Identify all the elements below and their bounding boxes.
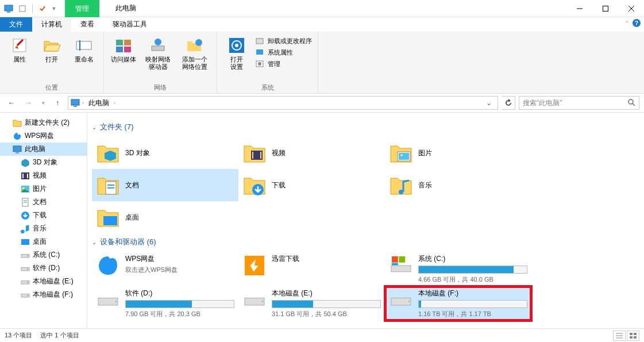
sidebar-item[interactable]: 本地磁盘 (E:) bbox=[0, 275, 87, 288]
drive-item[interactable]: 系统 (C:) 4.66 GB 可用，共 40.0 GB bbox=[385, 252, 531, 286]
refresh-button[interactable] bbox=[502, 96, 515, 110]
sidebar-item[interactable]: 文档 bbox=[0, 195, 87, 209]
folder-item[interactable]: 文档 bbox=[92, 169, 238, 201]
collapse-ribbon-icon[interactable]: ⌃ bbox=[624, 20, 629, 26]
map-drive-button[interactable]: 映射网络 驱动器 bbox=[142, 34, 174, 71]
drive-icon bbox=[243, 289, 266, 312]
sidebar-item[interactable]: 系统 (C:) bbox=[0, 248, 87, 262]
sidebar-item[interactable]: 音乐 bbox=[0, 222, 87, 235]
back-button[interactable]: ← bbox=[5, 96, 18, 110]
svg-rect-28 bbox=[13, 146, 21, 152]
open-settings-button[interactable]: 打开 设置 bbox=[223, 34, 250, 71]
svg-point-47 bbox=[27, 295, 28, 296]
svg-line-27 bbox=[633, 103, 635, 106]
folder-item[interactable]: 3D 对象 bbox=[92, 137, 238, 169]
manage-button[interactable]: 管理 bbox=[255, 59, 312, 68]
folder-item[interactable]: 图片 bbox=[385, 137, 531, 169]
sidebar-item[interactable]: 桌面 bbox=[0, 235, 87, 248]
folder-label: 视频 bbox=[272, 148, 286, 158]
history-dropdown[interactable]: ▾ bbox=[39, 96, 47, 110]
sidebar-item-label: 视频 bbox=[33, 171, 47, 180]
folder-item[interactable]: 音乐 bbox=[385, 169, 531, 201]
address-dropdown-icon[interactable]: ⌄ bbox=[483, 99, 495, 107]
svg-point-34 bbox=[22, 187, 25, 189]
svg-point-70 bbox=[408, 301, 410, 302]
downloads-icon bbox=[21, 211, 30, 220]
folder-item[interactable]: 视频 bbox=[238, 137, 385, 169]
sidebar-item-label: 文档 bbox=[33, 197, 47, 207]
close-button[interactable] bbox=[618, 0, 644, 17]
wps-icon bbox=[13, 132, 22, 141]
sidebar-item[interactable]: 软件 (D:) bbox=[0, 262, 87, 275]
sidebar-item[interactable]: 此电脑 bbox=[0, 143, 87, 156]
folder-item[interactable]: 桌面 bbox=[92, 201, 238, 233]
rename-button[interactable]: 重命名 bbox=[70, 34, 98, 63]
sidebar-item-label: 图片 bbox=[33, 184, 47, 194]
details-view-button[interactable] bbox=[613, 331, 626, 341]
properties-button[interactable]: 属性 bbox=[6, 34, 33, 63]
minimize-button[interactable] bbox=[566, 0, 592, 17]
folder-label: 图片 bbox=[418, 148, 432, 158]
drive-item[interactable]: 本地磁盘 (E:) 31.1 GB 可用，共 50.4 GB bbox=[238, 286, 385, 321]
drives-group-header[interactable]: ⌄设备和驱动器 (6) bbox=[92, 237, 639, 247]
maximize-button[interactable] bbox=[592, 0, 618, 17]
capacity-bar bbox=[418, 300, 527, 308]
add-network-location-button[interactable]: 添加一个 网络位置 bbox=[179, 34, 211, 71]
chevron-right-icon[interactable]: › bbox=[114, 100, 115, 106]
drive-item[interactable]: 本地磁盘 (F:) 1.16 TB 可用，共 1.17 TB bbox=[385, 286, 531, 321]
forward-button[interactable]: → bbox=[22, 96, 36, 110]
up-button[interactable]: ↑ bbox=[51, 96, 64, 110]
sidebar-item[interactable]: 新建文件夹 (2) bbox=[0, 116, 87, 129]
sidebar-item[interactable]: 图片 bbox=[0, 182, 87, 195]
drive-item[interactable]: 软件 (D:) 7.90 GB 可用，共 20.3 GB bbox=[92, 286, 238, 321]
sidebar-item-label: 此电脑 bbox=[25, 144, 45, 154]
sidebar-item[interactable]: 下载 bbox=[0, 209, 87, 222]
svg-rect-39 bbox=[21, 239, 29, 245]
sidebar-item-label: 音乐 bbox=[33, 224, 47, 233]
folder-label: 下载 bbox=[272, 180, 286, 190]
icons-view-button[interactable] bbox=[627, 331, 639, 341]
properties-icon[interactable] bbox=[36, 2, 49, 15]
tab-computer[interactable]: 计算机 bbox=[32, 17, 71, 32]
drive-item[interactable]: WPS网盘 双击进入WPS网盘 bbox=[92, 252, 238, 286]
dropdown-icon[interactable]: ▼ bbox=[50, 2, 58, 15]
drive-capacity-text: 7.90 GB 可用，共 20.3 GB bbox=[125, 310, 234, 318]
help-icon[interactable]: ? bbox=[633, 19, 641, 27]
svg-rect-4 bbox=[603, 6, 608, 11]
drive-item[interactable]: 迅雷下载 bbox=[238, 252, 385, 286]
drive-capacity-text: 4.66 GB 可用，共 40.0 GB bbox=[418, 275, 527, 284]
svg-rect-62 bbox=[392, 256, 398, 263]
drive-name: 本地磁盘 (F:) bbox=[418, 289, 527, 298]
folder-item[interactable]: 下载 bbox=[238, 169, 385, 201]
chevron-right-icon[interactable]: › bbox=[82, 100, 84, 106]
chevron-down-icon: ⌄ bbox=[92, 124, 97, 130]
desktop-icon bbox=[97, 206, 119, 229]
tab-view[interactable]: 查看 bbox=[71, 17, 103, 32]
sidebar-item-label: 下载 bbox=[33, 210, 47, 220]
sidebar-item[interactable]: 3D 对象 bbox=[0, 156, 87, 169]
drive-icon bbox=[21, 264, 30, 273]
system-properties-button[interactable]: 系统属性 bbox=[255, 48, 312, 57]
open-button[interactable]: 打开 bbox=[38, 34, 65, 63]
tab-file[interactable]: 文件 bbox=[0, 17, 32, 32]
desktop-icon bbox=[21, 237, 30, 247]
access-media-button[interactable]: 访问媒体 bbox=[110, 34, 137, 63]
pc-icon[interactable] bbox=[2, 2, 15, 15]
sidebar-item[interactable]: WPS网盘 bbox=[0, 129, 87, 143]
drive-icon bbox=[21, 277, 30, 286]
svg-rect-74 bbox=[630, 333, 633, 335]
downloads-icon bbox=[243, 174, 266, 197]
svg-rect-50 bbox=[260, 152, 261, 159]
breadcrumb-item[interactable]: 此电脑 bbox=[86, 98, 111, 108]
address-bar[interactable]: › 此电脑 › ⌄ bbox=[68, 96, 498, 110]
sidebar-item[interactable]: 本地磁盘 (F:) bbox=[0, 288, 87, 301]
context-tab-manage[interactable]: 管理 bbox=[65, 0, 99, 17]
sidebar-item[interactable]: 视频 bbox=[0, 169, 87, 182]
search-input[interactable]: 搜索"此电脑" bbox=[519, 96, 639, 110]
pin-icon[interactable] bbox=[16, 2, 29, 15]
svg-rect-52 bbox=[399, 153, 409, 160]
tab-drive-tools[interactable]: 驱动器工具 bbox=[103, 17, 156, 32]
folders-group-header[interactable]: ⌄文件夹 (7) bbox=[92, 122, 639, 132]
svg-rect-64 bbox=[392, 263, 398, 266]
uninstall-button[interactable]: 卸载或更改程序 bbox=[255, 36, 312, 45]
